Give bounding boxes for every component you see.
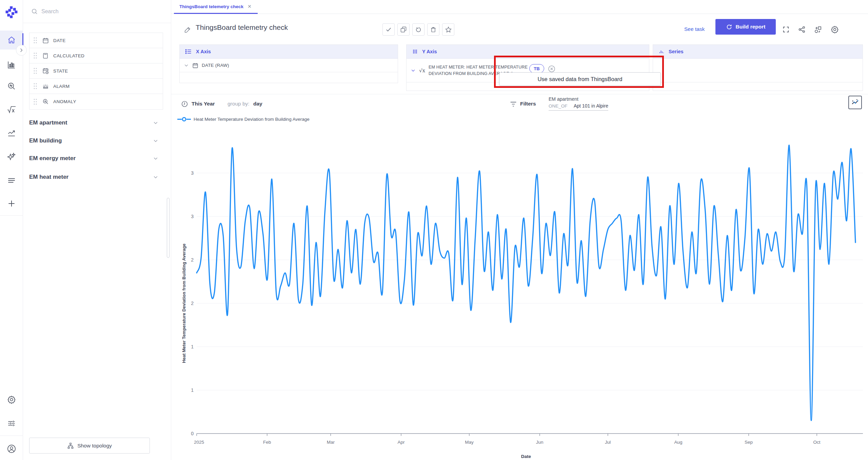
duplicate-button[interactable]: [397, 23, 410, 36]
tab-thingsboard-telemetry-check[interactable]: ThingsBoard telemetry check ✕: [174, 0, 258, 14]
tab-bar: ThingsBoard telemetry check ✕: [171, 0, 868, 14]
restore-button[interactable]: [412, 23, 425, 36]
field-item-label: ANOMALY: [53, 99, 76, 104]
x-axis-empty-row[interactable]: [180, 72, 398, 83]
calendar-icon: [192, 62, 198, 69]
legend-marker-icon: [177, 117, 191, 121]
delete-button[interactable]: [427, 23, 439, 36]
time-range-value[interactable]: This Year: [192, 101, 215, 107]
section-label: EM energy meter: [29, 155, 76, 162]
group-by-value[interactable]: day: [253, 101, 262, 107]
chart-legend[interactable]: Heat Meter Temperature Deviation from Bu…: [177, 117, 310, 122]
sidebar-item-settings[interactable]: [0, 390, 23, 409]
data-panel: DATE CALCULATED STATE ALARM ANOMALY EM a…: [23, 0, 171, 460]
favorite-button[interactable]: [442, 23, 454, 36]
remove-chip-icon[interactable]: [548, 65, 556, 73]
app-logo[interactable]: [0, 3, 23, 22]
svg-text:Heat Meter Temperature Deviati: Heat Meter Temperature Deviation from Bu…: [181, 244, 186, 363]
section-em-heat-meter[interactable]: EM heat meter: [29, 170, 163, 184]
legend-series-label: Heat Meter Temperature Deviation from Bu…: [194, 117, 310, 122]
chevron-down-icon[interactable]: [153, 138, 158, 143]
section-em-energy-meter[interactable]: EM energy meter: [29, 152, 163, 165]
active-filter[interactable]: EM apartment ONE_OF Apt 101 in Alpire: [549, 96, 608, 111]
sidebar-item-add[interactable]: [0, 194, 23, 213]
field-item-calculated[interactable]: CALCULATED: [29, 48, 163, 63]
show-topology-button[interactable]: Show topology: [29, 438, 150, 454]
build-report-label: Build report: [736, 24, 766, 30]
user-avatar[interactable]: [0, 439, 23, 458]
edit-title-icon[interactable]: [184, 26, 191, 33]
svg-text:Apr: Apr: [397, 440, 405, 445]
chevron-down-icon[interactable]: [153, 120, 158, 126]
drag-handle-icon[interactable]: [33, 98, 38, 106]
sidebar-item-trends[interactable]: [0, 123, 23, 142]
drag-handle-icon[interactable]: [33, 37, 38, 44]
y-axis-header: Y Axis: [407, 45, 649, 59]
svg-text:2: 2: [191, 257, 194, 263]
field-item-state[interactable]: STATE: [29, 63, 163, 79]
sidebar-item-menu[interactable]: [0, 171, 23, 190]
formula-sqrt-icon: [7, 105, 16, 114]
tab-close-icon[interactable]: ✕: [248, 4, 252, 9]
drag-handle-icon[interactable]: [33, 82, 38, 90]
search-input[interactable]: [41, 8, 143, 15]
filters-label[interactable]: Filters: [520, 101, 536, 107]
field-item-date[interactable]: DATE: [29, 33, 163, 48]
drag-handle-icon[interactable]: [33, 67, 38, 75]
y-axis-icon: [412, 49, 418, 55]
sidebar-item-ai[interactable]: [0, 147, 23, 166]
drag-handle-icon[interactable]: [33, 52, 38, 59]
anomaly-icon: [42, 98, 49, 105]
field-item-anomaly[interactable]: ANOMALY: [29, 94, 163, 109]
build-report-button[interactable]: Build report: [715, 19, 776, 35]
svg-text:3: 3: [191, 170, 194, 176]
share-button[interactable]: [796, 23, 808, 36]
section-em-building[interactable]: EM building: [29, 134, 163, 148]
ai-sparkles-icon: [7, 152, 16, 161]
clock-icon: [181, 100, 188, 108]
tab-label: ThingsBoard telemetry check: [179, 4, 243, 9]
settings-button[interactable]: [829, 23, 841, 36]
x-axis-header: X Axis: [180, 45, 398, 59]
section-em-apartment[interactable]: EM apartment: [29, 116, 163, 130]
series-title: Series: [669, 49, 684, 54]
fullscreen-button[interactable]: [780, 23, 792, 36]
section-label: EM apartment: [29, 119, 67, 126]
filter-value: Apt 101 in Alpire: [574, 103, 608, 109]
svg-text:Sep: Sep: [745, 440, 753, 445]
refresh-icon: [726, 24, 732, 30]
sidebar-item-charts[interactable]: [0, 55, 23, 74]
x-axis-field-label: DATE (RAW): [202, 63, 229, 68]
svg-text:Aug: Aug: [674, 440, 682, 445]
topology-icon: [67, 442, 74, 449]
see-task-link[interactable]: See task: [684, 26, 705, 32]
section-label: EM heat meter: [29, 174, 68, 180]
sidebar-item-anomaly-search[interactable]: [0, 77, 23, 96]
field-item-alarm[interactable]: ALARM: [29, 79, 163, 94]
chevron-down-icon[interactable]: [184, 63, 189, 68]
bar-chart-icon: [7, 60, 16, 69]
series-icon: [658, 49, 665, 55]
scrollbar-thumb[interactable]: [167, 198, 170, 258]
icon-rail: [0, 0, 23, 460]
x-axis-field-row[interactable]: DATE (RAW): [180, 59, 398, 72]
sidebar-item-formulas[interactable]: [0, 100, 23, 119]
chevron-down-icon[interactable]: [411, 68, 416, 73]
tb-source-chip[interactable]: TB: [529, 64, 544, 73]
series-empty-row[interactable]: [653, 59, 863, 82]
swap-canvas-button[interactable]: [812, 23, 824, 36]
saved-data-tooltip-label: Use saved data from ThingsBoard: [537, 76, 622, 82]
series-empty-row-2[interactable]: [653, 82, 863, 91]
insights-button[interactable]: [848, 96, 862, 109]
collapse-sidebar-button[interactable]: [16, 45, 27, 56]
series-header: Series: [653, 45, 863, 59]
chart-card-divider: [171, 94, 868, 94]
settings-gear-icon: [7, 395, 16, 404]
chevron-down-icon[interactable]: [153, 156, 158, 161]
chart-controls-row: This Year group by: day Filters: [171, 98, 868, 113]
telemetry-line-chart[interactable]: 33221102025FebMarAprMayJunJulAugSepOctDa…: [171, 122, 868, 460]
sidebar-item-preferences[interactable]: [0, 414, 23, 433]
apply-check-button[interactable]: [382, 23, 395, 36]
main-content: ThingsBoard telemetry check ✕ ThingsBoar…: [171, 0, 868, 460]
chevron-down-icon[interactable]: [153, 174, 158, 180]
